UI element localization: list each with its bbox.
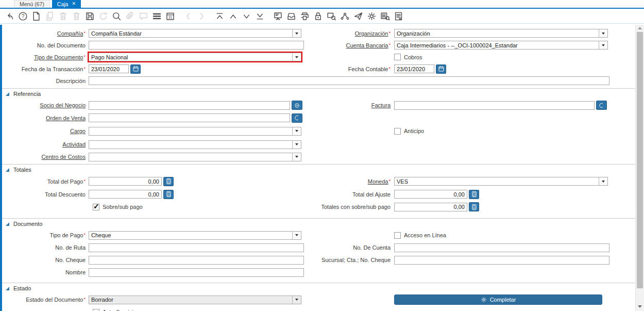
no-cheque-input[interactable] <box>89 256 304 265</box>
close-icon[interactable]: ✕ <box>72 2 76 6</box>
compania-select[interactable]: Compañía Estándar <box>89 29 301 38</box>
help-button[interactable]: ? <box>16 10 29 22</box>
cargo-select[interactable] <box>89 127 301 136</box>
no-ruta-input[interactable] <box>89 243 304 252</box>
tipo-documento-value: Pago Nacional <box>89 54 292 60</box>
report-button[interactable] <box>392 10 405 22</box>
chevron-down-icon[interactable] <box>292 296 301 304</box>
total-pago-input[interactable] <box>89 177 162 186</box>
factura-search-button[interactable] <box>596 101 607 110</box>
centro-costos-label[interactable]: Centro de Costos <box>41 154 86 160</box>
chevron-down-icon[interactable] <box>599 177 607 185</box>
chevron-down-icon[interactable] <box>292 53 301 61</box>
collapse-icon[interactable] <box>6 287 9 290</box>
auto-servicio-checkbox[interactable] <box>93 309 99 311</box>
socio-negocio-search-button[interactable] <box>292 101 302 110</box>
cuenta-bancaria-label[interactable]: Cuenta Bancaria <box>346 42 388 48</box>
preferences-button[interactable] <box>365 10 378 22</box>
cobros-checkbox[interactable] <box>394 54 401 60</box>
tab-caja[interactable]: Caja ✕ <box>52 0 81 8</box>
centro-costos-select[interactable] <box>89 153 301 161</box>
fecha-transaccion-input[interactable] <box>89 64 129 73</box>
orden-venta-input[interactable] <box>89 113 290 122</box>
fecha-transaccion-calendar-button[interactable] <box>130 64 141 74</box>
no-cuenta-input[interactable] <box>394 243 609 252</box>
save-button[interactable] <box>83 10 96 22</box>
anticipo-checkbox[interactable] <box>394 128 401 135</box>
total-pago-calculator-button[interactable] <box>163 177 174 186</box>
send-request-button[interactable] <box>351 10 365 22</box>
find-button[interactable] <box>110 10 123 22</box>
compania-label[interactable]: Compañía <box>57 30 83 37</box>
totales-sobre-calculator-button[interactable] <box>469 202 479 211</box>
history-button[interactable]: 31 <box>163 10 177 22</box>
chevron-down-icon[interactable] <box>599 29 607 37</box>
factura-label[interactable]: Factura <box>371 102 391 108</box>
scroll-up-icon[interactable] <box>636 25 644 31</box>
sobre-sub-pago-checkbox[interactable] <box>93 204 99 210</box>
moneda-label[interactable]: Moneda <box>368 178 388 185</box>
chevron-down-icon[interactable] <box>292 232 301 239</box>
cuenta-bancaria-select[interactable]: Caja Intermediarios - --_OCI-1000024_Est… <box>394 41 608 50</box>
chevron-down-icon[interactable] <box>599 41 607 49</box>
moneda-select[interactable]: VES <box>394 177 608 186</box>
print-button[interactable] <box>298 10 311 22</box>
section-documento[interactable]: Documento <box>2 218 635 229</box>
previous-record-button[interactable] <box>226 10 240 22</box>
new-record-button[interactable] <box>29 10 43 22</box>
actividad-select[interactable] <box>89 140 301 149</box>
chevron-down-icon[interactable] <box>292 29 301 37</box>
collapse-icon[interactable] <box>6 92 9 96</box>
factura-input[interactable] <box>394 101 595 110</box>
next-record-button[interactable] <box>240 10 253 22</box>
fecha-contable-calendar-button[interactable] <box>436 64 446 74</box>
zoom-across-button[interactable] <box>325 10 338 22</box>
scroll-down-icon[interactable] <box>636 303 644 310</box>
archive-button[interactable] <box>284 10 298 22</box>
orden-venta-label[interactable]: Orden de Venta <box>46 115 86 121</box>
workflow-button[interactable] <box>338 10 351 22</box>
section-referencia[interactable]: Referencia <box>2 88 635 99</box>
first-record-button[interactable] <box>213 10 226 22</box>
total-descuento-input[interactable] <box>89 190 162 199</box>
nombre-input[interactable] <box>89 268 304 277</box>
fecha-contable-input[interactable] <box>394 64 434 73</box>
totales-sobre-input[interactable] <box>394 203 467 211</box>
tipo-documento-label[interactable]: Tipo de Documento <box>34 54 83 60</box>
socio-negocio-label[interactable]: Socio del Negocio <box>40 102 86 108</box>
total-descuento-calculator-button[interactable] <box>163 190 174 199</box>
undo-button[interactable] <box>3 10 16 22</box>
total-ajuste-input[interactable] <box>394 190 467 199</box>
estado-documento-select[interactable]: Borrador <box>89 296 301 304</box>
no-documento-input[interactable] <box>89 41 304 50</box>
completar-button[interactable]: Completar <box>394 294 602 305</box>
lock-button[interactable] <box>311 10 325 22</box>
orden-venta-search-button[interactable] <box>292 113 302 123</box>
process-button[interactable] <box>378 10 392 22</box>
chevron-down-icon[interactable] <box>292 141 301 149</box>
scrollbar-thumb[interactable] <box>637 32 643 288</box>
total-ajuste-calculator-button[interactable] <box>469 190 479 199</box>
socio-negocio-input[interactable] <box>89 101 290 110</box>
tab-menu[interactable]: Menú (67) <box>14 0 50 8</box>
form-button[interactable] <box>271 10 284 22</box>
sucursal-input[interactable] <box>394 256 609 265</box>
organizacion-select[interactable]: Organización <box>394 29 608 38</box>
grid-toggle-button[interactable] <box>150 10 163 22</box>
tipo-documento-select[interactable]: Pago Nacional <box>89 53 301 61</box>
section-estado[interactable]: Estado <box>2 283 635 293</box>
chevron-down-icon[interactable] <box>292 127 301 135</box>
totales-sobre-label: Totales con sobre/sub pago <box>317 204 394 210</box>
section-totales[interactable]: Totales <box>2 164 635 175</box>
actividad-label[interactable]: Actividad <box>62 141 86 148</box>
organizacion-label[interactable]: Organización <box>355 30 388 37</box>
vertical-scrollbar[interactable] <box>635 25 644 311</box>
descripcion-input[interactable] <box>89 76 609 85</box>
last-record-button[interactable] <box>253 10 266 22</box>
acceso-linea-checkbox[interactable] <box>394 232 401 239</box>
cargo-label[interactable]: Cargo <box>70 128 86 134</box>
collapse-icon[interactable] <box>6 168 9 172</box>
collapse-icon[interactable] <box>6 222 9 226</box>
chevron-down-icon[interactable] <box>292 153 301 161</box>
tipo-pago-select[interactable]: Cheque <box>89 231 301 240</box>
